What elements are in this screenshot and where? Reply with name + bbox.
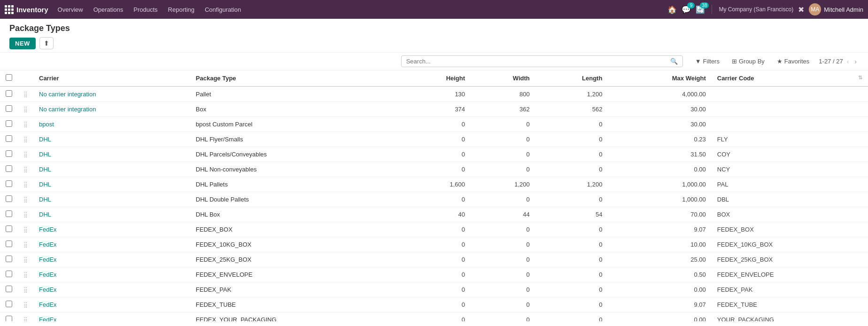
drag-handle-cell[interactable]: ⣿ xyxy=(18,312,33,322)
row-checkbox[interactable] xyxy=(6,256,12,262)
group-by-button[interactable]: ⊞ Group By xyxy=(729,56,767,67)
row-package-type[interactable]: DHL Double Pallets xyxy=(190,192,401,207)
row-checkbox[interactable] xyxy=(6,316,12,321)
row-package-type[interactable]: DHL Non-conveyables xyxy=(190,162,401,177)
row-checkbox[interactable] xyxy=(6,90,12,97)
drag-handle-icon[interactable]: ⣿ xyxy=(23,166,28,173)
row-checkbox-cell[interactable] xyxy=(0,252,18,267)
row-package-type[interactable]: bpost Custom Parcel xyxy=(190,117,401,132)
row-carrier[interactable]: FedEx xyxy=(33,297,190,312)
search-bar[interactable]: 🔍 xyxy=(401,55,683,67)
row-checkbox[interactable] xyxy=(6,105,12,112)
drag-handle-cell[interactable]: ⣿ xyxy=(18,222,33,237)
header-length[interactable]: Length xyxy=(535,70,608,86)
header-height[interactable]: Height xyxy=(401,70,471,86)
row-checkbox[interactable] xyxy=(6,286,12,292)
row-carrier[interactable]: DHL xyxy=(33,162,190,177)
row-carrier[interactable]: No carrier integration xyxy=(33,102,190,117)
drag-handle-icon[interactable]: ⣿ xyxy=(23,196,28,203)
row-carrier[interactable]: FedEx xyxy=(33,252,190,267)
row-checkbox-cell[interactable] xyxy=(0,117,18,132)
row-checkbox-cell[interactable] xyxy=(0,192,18,207)
header-carrier-code[interactable]: Carrier Code ⇅ xyxy=(712,70,868,86)
drag-handle-icon[interactable]: ⣿ xyxy=(23,272,28,278)
menu-operations[interactable]: Operations xyxy=(89,4,128,15)
drag-handle-icon[interactable]: ⣿ xyxy=(23,226,28,233)
drag-handle-icon[interactable]: ⣿ xyxy=(23,151,28,158)
select-all-checkbox[interactable] xyxy=(6,74,12,81)
drag-handle-cell[interactable]: ⣿ xyxy=(18,86,33,102)
row-checkbox[interactable] xyxy=(6,241,12,247)
drag-handle-icon[interactable]: ⣿ xyxy=(23,91,28,98)
row-checkbox-cell[interactable] xyxy=(0,297,18,312)
row-checkbox[interactable] xyxy=(6,301,12,307)
favorites-button[interactable]: ★ Favorites xyxy=(774,56,812,67)
updates-icon-btn[interactable]: 🔄 38 xyxy=(696,5,705,14)
menu-reporting[interactable]: Reporting xyxy=(163,4,199,15)
header-carrier[interactable]: Carrier xyxy=(33,70,190,86)
row-carrier[interactable]: DHL xyxy=(33,177,190,192)
drag-handle-cell[interactable]: ⣿ xyxy=(18,162,33,177)
row-package-type[interactable]: FEDEX_ENVELOPE xyxy=(190,267,401,282)
row-checkbox[interactable] xyxy=(6,135,12,142)
row-carrier[interactable]: FedEx xyxy=(33,312,190,322)
row-package-type[interactable]: FEDEX_TUBE xyxy=(190,297,401,312)
row-carrier[interactable]: bpost xyxy=(33,117,190,132)
row-carrier[interactable]: DHL xyxy=(33,132,190,147)
header-max-weight[interactable]: Max Weight xyxy=(608,70,711,86)
row-checkbox-cell[interactable] xyxy=(0,222,18,237)
filters-button[interactable]: ▼ Filters xyxy=(692,56,722,67)
drag-handle-cell[interactable]: ⣿ xyxy=(18,297,33,312)
drag-handle-icon[interactable]: ⣿ xyxy=(23,181,28,188)
row-checkbox-cell[interactable] xyxy=(0,282,18,297)
drag-handle-icon[interactable]: ⣿ xyxy=(23,211,28,218)
home-icon-btn[interactable]: 🏠 xyxy=(667,5,677,14)
row-checkbox-cell[interactable] xyxy=(0,267,18,282)
row-package-type[interactable]: FEDEX_PAK xyxy=(190,282,401,297)
row-checkbox-cell[interactable] xyxy=(0,177,18,192)
row-carrier[interactable]: DHL xyxy=(33,147,190,162)
drag-handle-cell[interactable]: ⣿ xyxy=(18,192,33,207)
pagination-prev[interactable]: ‹ xyxy=(845,57,851,66)
header-width[interactable]: Width xyxy=(471,70,535,86)
pagination-next[interactable]: › xyxy=(852,57,859,66)
drag-handle-icon[interactable]: ⣿ xyxy=(23,256,28,263)
row-checkbox[interactable] xyxy=(6,165,12,172)
row-checkbox[interactable] xyxy=(6,271,12,277)
header-package-type[interactable]: Package Type xyxy=(190,70,401,86)
drag-handle-icon[interactable]: ⣿ xyxy=(23,302,28,308)
upload-button[interactable]: ⬆ xyxy=(39,37,54,49)
row-package-type[interactable]: FEDEX_25KG_BOX xyxy=(190,252,401,267)
row-checkbox-cell[interactable] xyxy=(0,102,18,117)
row-package-type[interactable]: FEDEX_YOUR_PACKAGING xyxy=(190,312,401,322)
drag-handle-cell[interactable]: ⣿ xyxy=(18,117,33,132)
row-carrier[interactable]: FedEx xyxy=(33,267,190,282)
row-package-type[interactable]: DHL Flyer/Smalls xyxy=(190,132,401,147)
row-checkbox[interactable] xyxy=(6,180,12,187)
row-carrier[interactable]: DHL xyxy=(33,192,190,207)
drag-handle-icon[interactable]: ⣿ xyxy=(23,121,28,128)
menu-configuration[interactable]: Configuration xyxy=(200,4,246,15)
row-checkbox-cell[interactable] xyxy=(0,207,18,222)
new-button[interactable]: NEW xyxy=(9,38,36,49)
drag-handle-cell[interactable]: ⣿ xyxy=(18,132,33,147)
row-checkbox[interactable] xyxy=(6,120,12,127)
row-package-type[interactable]: DHL Pallets xyxy=(190,177,401,192)
row-package-type[interactable]: DHL Parcels/Conveyables xyxy=(190,147,401,162)
drag-handle-icon[interactable]: ⣿ xyxy=(23,241,28,248)
row-carrier[interactable]: No carrier integration xyxy=(33,86,190,102)
chat-icon-btn[interactable]: 💬 9 xyxy=(682,5,691,14)
drag-handle-icon[interactable]: ⣿ xyxy=(23,287,28,293)
user-menu[interactable]: MA Mitchell Admin xyxy=(809,3,863,16)
row-carrier[interactable]: FedEx xyxy=(33,282,190,297)
row-checkbox[interactable] xyxy=(6,150,12,157)
row-checkbox[interactable] xyxy=(6,210,12,217)
row-checkbox-cell[interactable] xyxy=(0,147,18,162)
row-checkbox-cell[interactable] xyxy=(0,237,18,252)
row-carrier[interactable]: FedEx xyxy=(33,237,190,252)
row-checkbox-cell[interactable] xyxy=(0,86,18,102)
app-logo[interactable]: Inventory xyxy=(5,5,48,14)
menu-overview[interactable]: Overview xyxy=(53,4,88,15)
search-input[interactable] xyxy=(406,58,670,65)
row-carrier[interactable]: DHL xyxy=(33,207,190,222)
